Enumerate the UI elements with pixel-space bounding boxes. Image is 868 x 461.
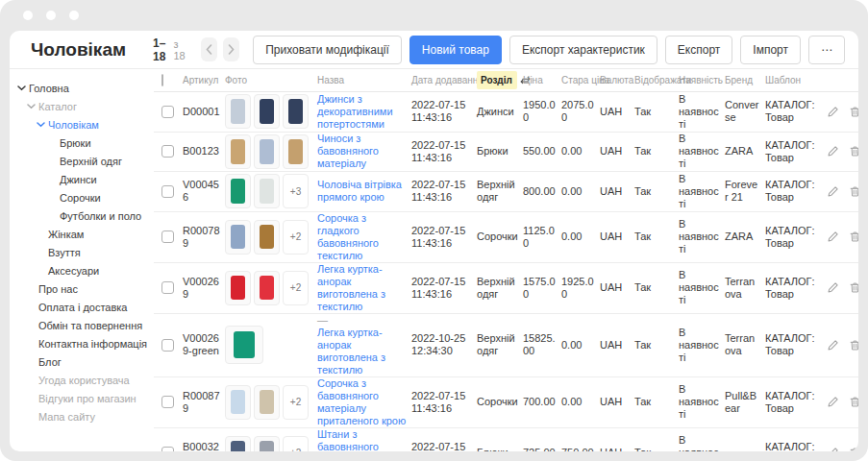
import-button[interactable]: Імпорт — [740, 36, 801, 64]
product-name-link[interactable]: Легка куртка-анорак виготовлена з тексти… — [317, 263, 407, 313]
sidebar-item-джинси[interactable]: Джинси — [10, 170, 154, 188]
hide-modifications-button[interactable]: Приховати модифікації — [253, 36, 402, 64]
product-photo[interactable] — [254, 220, 280, 255]
delete-icon[interactable] — [849, 230, 858, 243]
sidebar-item-каталог[interactable]: Каталог — [10, 97, 154, 115]
column-header-old_price[interactable]: Стара ціна — [561, 75, 600, 85]
more-photos-badge[interactable]: +2 — [283, 220, 309, 255]
column-header-brand[interactable]: Бренд — [725, 75, 765, 85]
prev-page-button[interactable] — [201, 37, 217, 61]
delete-icon[interactable] — [849, 281, 858, 294]
product-photo[interactable] — [225, 326, 263, 364]
column-header-currency[interactable]: Валюта — [600, 75, 634, 85]
window-control-dot[interactable] — [69, 11, 79, 20]
next-page-button[interactable] — [223, 37, 239, 61]
product-photo[interactable] — [254, 134, 280, 169]
edit-icon[interactable] — [827, 281, 839, 294]
more-photos-badge[interactable]: +2 — [283, 385, 309, 420]
column-header-date[interactable]: Дата додавання — [411, 75, 477, 85]
row-checkbox[interactable] — [161, 447, 174, 451]
product-photo[interactable] — [225, 271, 251, 305]
delete-icon[interactable] — [849, 185, 858, 198]
sidebar-item-аксесуари[interactable]: Аксесуари — [10, 261, 154, 279]
edit-icon[interactable] — [827, 185, 839, 198]
select-all-checkbox[interactable] — [161, 74, 163, 86]
sidebar-item-чоловікам[interactable]: Чоловікам — [10, 115, 154, 133]
product-name-link[interactable]: Легка куртка-анорак виготовлена з тексти… — [317, 327, 407, 376]
photos — [225, 134, 312, 169]
export-characteristics-button[interactable]: Експорт характеристик — [509, 36, 657, 64]
row-checkbox[interactable] — [161, 145, 174, 158]
sidebar-item-угода-користувача[interactable]: Угода користувача — [10, 371, 154, 389]
sidebar-item-оплата-і-доставка[interactable]: Оплата і доставка — [10, 298, 154, 316]
photos-cell — [225, 134, 317, 169]
row-checkbox[interactable] — [161, 281, 174, 294]
product-photo[interactable] — [225, 174, 251, 208]
delete-icon[interactable] — [849, 106, 858, 118]
product-photo[interactable] — [225, 385, 251, 420]
time-value: 11:43:16 — [411, 111, 472, 124]
column-header-display[interactable]: Відображати — [634, 75, 679, 85]
column-header-name[interactable]: Назва — [317, 75, 411, 85]
column-header-section[interactable]: Розділ — [477, 75, 523, 85]
product-name-link[interactable]: Штани з бавовняного матеріалу прямого кр… — [317, 428, 407, 452]
column-header-template[interactable]: Шаблон — [765, 75, 823, 85]
product-name-link[interactable]: Сорочка з гладкого бавовняного текстилю — [317, 212, 407, 262]
new-product-button[interactable]: Новий товар — [409, 36, 502, 64]
more-actions-button[interactable]: ⋯ — [808, 36, 845, 64]
sidebar-item-брюки[interactable]: Брюки — [10, 133, 154, 152]
row-checkbox[interactable] — [161, 185, 174, 198]
delete-icon[interactable] — [849, 145, 858, 158]
more-photos-badge[interactable]: +2 — [283, 271, 309, 305]
product-photo[interactable] — [225, 220, 251, 255]
row-checkbox[interactable] — [161, 106, 174, 118]
window-control-dot[interactable] — [46, 11, 56, 20]
column-header-price[interactable]: Ціна — [523, 75, 561, 85]
sidebar-item-головна[interactable]: Головна — [10, 79, 154, 97]
sidebar-item-обмін-та-повернення[interactable]: Обмін та повернення — [10, 316, 154, 334]
sidebar-item-верхній-одяг[interactable]: Верхній одяг — [10, 152, 154, 170]
product-name-link[interactable]: Чоловіча вітрівка прямого крою — [317, 179, 407, 204]
product-photo[interactable] — [254, 271, 280, 305]
product-photo[interactable] — [254, 174, 280, 208]
sidebar-item-про-нас[interactable]: Про нас — [10, 279, 154, 298]
product-photo[interactable] — [254, 436, 280, 452]
sidebar-item-футболки-и-поло[interactable]: Футболки и поло — [10, 206, 154, 225]
sidebar-item-контактна-інформація[interactable]: Контактна інформація — [10, 334, 154, 352]
sidebar-item-відгуки-про-магазин[interactable]: Відгуки про магазин — [10, 389, 154, 407]
product-photo[interactable] — [225, 134, 251, 169]
row-checkbox[interactable] — [161, 396, 174, 408]
delete-icon[interactable] — [849, 447, 858, 451]
edit-icon[interactable] — [827, 106, 839, 118]
sidebar-item-жінкам[interactable]: Жінкам — [10, 225, 154, 243]
column-header-article[interactable]: Артикул — [183, 75, 225, 85]
product-photo[interactable] — [283, 134, 309, 169]
sidebar-item-блог[interactable]: Блог — [10, 352, 154, 371]
product-photo[interactable] — [225, 94, 251, 129]
row-checkbox[interactable] — [161, 339, 174, 352]
product-name-link[interactable]: Чиноси з бавовняного матеріалу — [317, 133, 407, 170]
delete-icon[interactable] — [849, 396, 858, 408]
column-header-availability[interactable]: Наявність — [679, 75, 725, 85]
product-name-link[interactable]: Сорочка з бавовняного матеріалу притален… — [317, 377, 407, 427]
product-name-link[interactable]: Джинси з декоративними потертостями — [317, 93, 407, 131]
edit-icon[interactable] — [827, 447, 839, 451]
delete-icon[interactable] — [849, 339, 858, 352]
row-checkbox[interactable] — [161, 230, 174, 243]
more-photos-badge[interactable]: +3 — [283, 174, 309, 208]
more-photos-badge[interactable]: +2 — [283, 436, 309, 452]
export-button[interactable]: Експорт — [665, 36, 732, 64]
product-photo[interactable] — [225, 436, 251, 452]
product-photo[interactable] — [254, 94, 280, 129]
product-photo[interactable] — [283, 94, 309, 129]
sidebar-item-сорочки[interactable]: Сорочки — [10, 188, 154, 206]
edit-icon[interactable] — [827, 396, 839, 408]
product-photo[interactable] — [254, 385, 280, 420]
sidebar-item-мапа-сайту[interactable]: Мапа сайту — [10, 407, 154, 425]
edit-icon[interactable] — [827, 339, 839, 352]
sidebar-item-взуття[interactable]: Взуття — [10, 243, 154, 261]
edit-icon[interactable] — [827, 230, 839, 243]
edit-icon[interactable] — [827, 145, 839, 158]
column-header-photo[interactable]: Фото — [225, 75, 317, 85]
window-control-dot[interactable] — [23, 11, 33, 20]
